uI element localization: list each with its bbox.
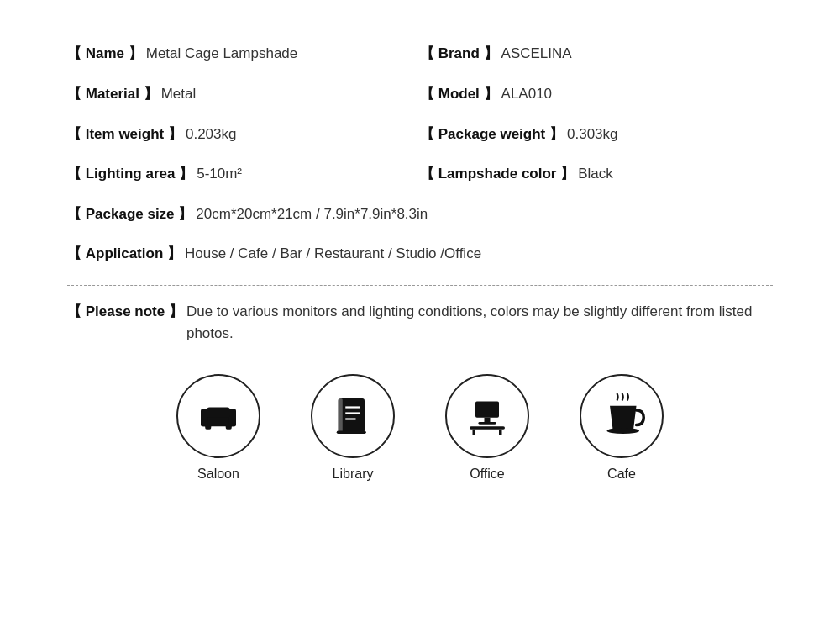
main-container: 【 Name 】 Metal Cage Lampshade 【 Brand 】 … — [0, 0, 840, 617]
svg-rect-5 — [207, 408, 230, 418]
weight-spec: 【 Item weight 】 0.203kg — [67, 114, 420, 155]
cafe-icon-circle — [580, 374, 664, 458]
material-spec: 【 Material 】 Metal — [67, 74, 420, 114]
size-label: 【 Package size 】 — [67, 204, 192, 224]
weight-value: 0.203kg — [186, 124, 237, 145]
divider — [67, 285, 773, 286]
material-value: Metal — [161, 84, 197, 104]
application-spec: 【 Application 】 House / Cafe / Bar / Res… — [67, 234, 773, 273]
svg-rect-12 — [475, 402, 499, 418]
svg-rect-7 — [339, 398, 343, 432]
cafe-label: Cafe — [607, 467, 636, 482]
color-label: 【 Lampshade color 】 — [420, 164, 575, 184]
svg-rect-17 — [499, 430, 502, 435]
svg-rect-3 — [205, 425, 211, 430]
svg-rect-13 — [485, 418, 491, 422]
model-label: 【 Model 】 — [420, 84, 498, 104]
name-spec: 【 Name 】 Metal Cage Lampshade — [67, 34, 420, 74]
cafe-item: Cafe — [580, 374, 664, 482]
office-label: Office — [470, 467, 505, 482]
svg-rect-16 — [473, 430, 476, 435]
pkg-weight-label: 【 Package weight 】 — [420, 124, 564, 145]
brand-spec: 【 Brand 】 ASCELINA — [420, 34, 773, 74]
note-spec: 【 Please note 】 Due to various monitors … — [67, 298, 773, 357]
specs-grid: 【 Name 】 Metal Cage Lampshade 【 Brand 】 … — [67, 34, 773, 273]
size-spec: 【 Package size 】 20cm*20cm*21cm / 7.9in*… — [67, 194, 773, 234]
office-icon-circle — [445, 374, 529, 458]
lighting-value: 5-10m² — [197, 164, 242, 184]
pkg-weight-spec: 【 Package weight 】 0.303kg — [420, 114, 773, 155]
svg-rect-4 — [226, 425, 232, 430]
office-icon — [464, 393, 511, 440]
lighting-label: 【 Lighting area 】 — [67, 164, 193, 184]
saloon-icon — [195, 393, 242, 440]
saloon-item: Saloon — [176, 374, 260, 482]
name-label: 【 Name 】 — [67, 44, 143, 64]
pkg-weight-value: 0.303kg — [567, 124, 618, 145]
material-label: 【 Material 】 — [67, 84, 158, 104]
note-value: Due to various monitors and lighting con… — [186, 301, 773, 344]
note-label: 【 Please note 】 — [67, 301, 183, 323]
application-value: House / Cafe / Bar / Restaurant / Studio… — [185, 245, 481, 262]
model-value: ALA010 — [501, 84, 553, 104]
svg-rect-15 — [470, 426, 505, 430]
cafe-icon — [598, 393, 645, 440]
library-item: Library — [311, 374, 395, 482]
office-item: Office — [445, 374, 529, 482]
library-label: Library — [333, 467, 374, 482]
color-value: Black — [578, 164, 613, 184]
library-icon — [329, 393, 376, 440]
icons-row: Saloon Library — [67, 374, 773, 482]
saloon-icon-circle — [176, 374, 260, 458]
name-value: Metal Cage Lampshade — [146, 44, 298, 64]
model-spec: 【 Model 】 ALA010 — [420, 74, 773, 114]
color-spec: 【 Lampshade color 】 Black — [420, 154, 773, 194]
weight-label: 【 Item weight 】 — [67, 124, 182, 145]
svg-point-18 — [607, 428, 640, 434]
application-label: 【 Application 】 — [67, 244, 181, 263]
saloon-label: Saloon — [197, 467, 239, 482]
size-value: 20cm*20cm*21cm / 7.9in*7.9in*8.3in — [196, 206, 428, 223]
svg-rect-14 — [479, 422, 496, 425]
lighting-spec: 【 Lighting area 】 5-10m² — [67, 154, 420, 194]
svg-rect-11 — [337, 431, 366, 435]
brand-value: ASCELINA — [501, 44, 572, 64]
library-icon-circle — [311, 374, 395, 458]
brand-label: 【 Brand 】 — [420, 44, 498, 64]
